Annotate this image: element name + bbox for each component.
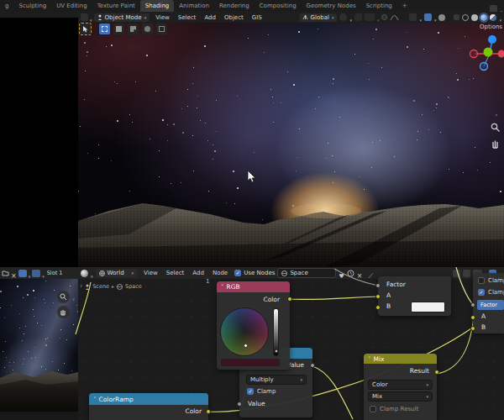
workspace-tab[interactable]: Texture Paint [92,0,140,12]
value-slider[interactable] [273,308,279,356]
orientation-dropdown[interactable]: Global [299,13,338,22]
shader-type-dropdown[interactable]: World [96,269,138,277]
rgb-node-header[interactable]: RGB [217,281,290,292]
collapse-arrow-icon[interactable] [72,294,75,310]
eyedropper-icon[interactable] [409,13,417,21]
b-input-socket[interactable] [375,305,381,310]
menu-item[interactable]: Select [174,14,201,21]
viewport-3d[interactable] [78,23,504,267]
workspace-tab[interactable]: Animation [174,0,214,12]
workspace-tab[interactable]: Compositing [255,0,302,12]
workspace-tab[interactable]: Sculpting [13,0,51,12]
image-browse-icon[interactable] [18,270,27,277]
mix-clamp-row[interactable]: Clamp Result [370,406,418,412]
collapse-icon[interactable] [93,396,97,403]
editor-type-icon[interactable] [81,270,88,277]
magnet-snap-icon[interactable] [354,13,362,21]
zoom-icon[interactable] [57,291,70,303]
mix-node-header[interactable]: Mix [364,354,437,364]
menu-item[interactable]: Select [162,270,189,276]
proportional-edit-icon[interactable] [381,14,387,20]
factor-input-socket[interactable] [470,302,475,307]
collapse-icon[interactable] [368,355,371,363]
collapse-icon[interactable] [221,283,224,291]
mix-node[interactable]: Mix Result Color Mix Clamp Result [364,354,437,420]
shading-material-icon[interactable] [480,14,487,21]
color-wheel-cursor[interactable] [244,344,248,348]
close-icon[interactable] [11,267,17,279]
menu-item[interactable]: GIS [248,14,266,21]
right-edge-node[interactable]: Clamp Clamp Factor A B [473,273,504,333]
select-mode-new-icon[interactable] [99,24,110,34]
factor-field[interactable]: Factor [477,300,504,310]
mode-dropdown[interactable]: Object Mode [94,13,150,22]
color-wheel[interactable] [220,307,269,356]
workspace-tab[interactable]: Rendering [214,0,255,12]
shading-wireframe-icon[interactable] [462,14,469,21]
clamp-checkbox[interactable] [478,277,485,284]
color-swatch[interactable] [221,359,280,366]
mix-output-socket[interactable] [434,370,439,375]
menu-item[interactable]: Add [188,270,208,276]
clamp-checkbox[interactable] [247,388,254,395]
menu-item[interactable]: View [151,14,174,21]
image-editor-canvas[interactable] [0,279,78,420]
menu-item[interactable]: Add [200,14,220,21]
xray-icon[interactable] [454,14,459,20]
workspace-tab[interactable]: g [0,0,13,12]
collapse-arrow-icon[interactable] [80,283,82,290]
image-new-icon[interactable] [32,270,40,277]
slot-label[interactable]: Slot 1 [47,270,63,276]
math-output-socket[interactable] [310,363,315,368]
clamp-row-1[interactable]: Clamp [478,277,504,284]
a-input-socket[interactable] [470,315,475,320]
a-input-socket[interactable] [375,294,381,299]
editor-type-icon[interactable] [81,13,88,21]
b-color-swatch[interactable] [411,302,445,312]
pan-hand-icon[interactable] [57,306,70,318]
snapping-icon[interactable] [463,270,470,277]
breadcrumb-space[interactable]: Space [125,283,142,290]
select-mode-subtract-icon[interactable] [128,24,139,34]
insert-keyframe-icon[interactable] [453,270,460,277]
b-input-socket[interactable] [470,326,475,331]
select-mode-extend-icon[interactable] [113,24,124,34]
workspace-tab[interactable]: UV Editing [51,0,92,12]
select-mode-intersect-icon[interactable] [156,24,167,34]
shading-rendered-icon[interactable] [490,14,496,21]
workspace-tab[interactable]: Shading [140,0,174,12]
colorramp-node-header[interactable]: ColorRamp [89,393,208,405]
breadcrumb-separator-icon [112,283,114,290]
math-input-socket[interactable] [237,402,242,407]
options-menu[interactable]: Options [469,24,502,30]
clamp-row-2[interactable]: Clamp [478,289,504,296]
world-name-field[interactable]: Space [277,268,336,278]
factor-input-socket[interactable] [375,283,381,288]
overlays-icon[interactable] [438,14,445,21]
select-mode-invert-icon[interactable] [142,24,153,34]
shield-clock-icon[interactable] [347,270,354,277]
colorramp-output-socket[interactable] [206,409,211,414]
mix-blend-dropdown[interactable]: Mix [368,391,433,402]
breadcrumb-scene[interactable]: Scene [92,283,109,290]
rgb-node[interactable]: RGB Color [217,281,290,370]
shading-solid-icon[interactable] [471,14,478,21]
gizmo-toggle-icon[interactable] [424,13,432,21]
mix-datatype-dropdown[interactable]: Color [368,380,433,390]
math-operation-dropdown[interactable]: Multiply [246,375,307,385]
select-box-tool-icon[interactable] [80,24,91,34]
menu-item[interactable]: Object [220,14,248,21]
clamp-result-checkbox[interactable] [370,406,376,412]
falloff-curve-icon[interactable] [390,14,399,21]
mix-inputs-node[interactable]: Factor A B [378,276,451,316]
pivot-icon[interactable] [339,13,347,21]
menu-item[interactable]: Node [208,270,232,276]
colorramp-node[interactable]: ColorRamp Color [89,393,208,420]
use-nodes-checkbox[interactable] [234,270,241,276]
value-slider-cursor[interactable] [275,349,278,353]
clamp-checkbox[interactable] [478,289,485,296]
menu-item[interactable]: View [139,270,162,276]
folder-icon[interactable] [2,270,9,276]
snap-with-icon[interactable] [365,13,375,21]
math-clamp-row[interactable]: Clamp [247,388,276,395]
